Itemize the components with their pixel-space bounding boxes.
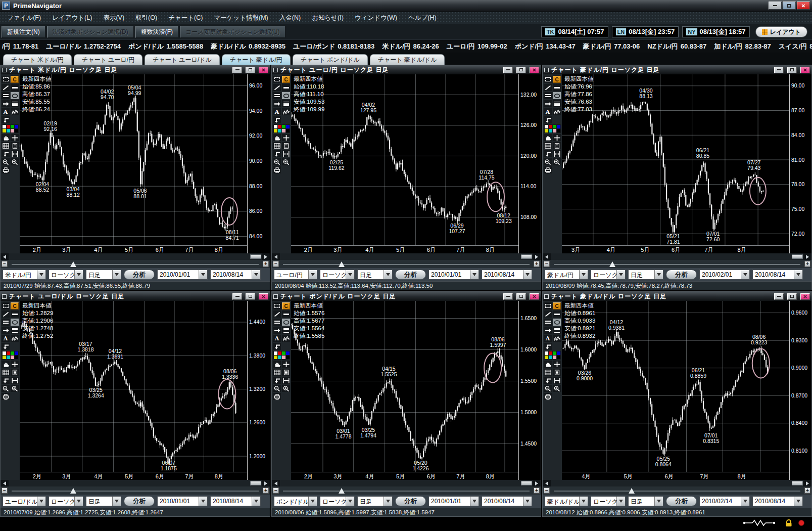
bar-width-icon[interactable] [282, 377, 290, 384]
chart-plot-area[interactable]: 03/260.900004/120.938105/250.806406/210.… [562, 301, 789, 480]
pair-select-dropdown-button[interactable] [308, 497, 317, 506]
crosshair-tool-icon[interactable] [282, 134, 290, 141]
horizontal-line-tool-icon[interactable] [282, 311, 290, 318]
data-table-icon[interactable] [544, 369, 552, 376]
scroll-right-button[interactable] [533, 480, 541, 486]
selection-tool-icon[interactable] [544, 302, 552, 309]
scroll-right-button[interactable] [803, 480, 811, 486]
print-icon[interactable] [2, 393, 10, 400]
slider-plus-button[interactable]: + [804, 488, 810, 494]
indicator-tool-icon[interactable] [282, 108, 290, 115]
color-palette[interactable] [544, 351, 561, 360]
text-tool-icon[interactable]: A [273, 335, 281, 342]
print-icon[interactable] [2, 166, 10, 173]
candlestick-chart[interactable]: 03/171.381803/251.326404/121.369106/071.… [20, 301, 247, 472]
toolbar-button-0[interactable]: 新規注文(N) [2, 26, 45, 38]
menu-item-9[interactable]: ヘルプ(H) [408, 14, 437, 22]
undo-icon[interactable] [2, 377, 10, 384]
window-minimize-button[interactable] [774, 293, 784, 300]
window-maximize-button[interactable] [787, 293, 797, 300]
candlestick-chart[interactable]: 03/260.900004/120.938105/250.806406/210.… [562, 301, 789, 472]
selection-tool-icon[interactable] [544, 76, 552, 83]
text-tool-icon[interactable]: A [544, 108, 552, 115]
trendline-tool-icon[interactable] [544, 311, 552, 318]
undo-icon[interactable] [2, 343, 10, 350]
copy-icon[interactable] [553, 369, 561, 376]
print-icon[interactable] [273, 166, 281, 173]
chart-type-select-dropdown-button[interactable] [346, 497, 354, 506]
undo-icon[interactable] [2, 116, 10, 123]
zoom-out-icon[interactable] [273, 385, 281, 392]
slider-minus-button[interactable]: − [544, 261, 550, 267]
window-maximize-button[interactable] [516, 293, 526, 300]
pair-select[interactable]: ユーロ/円 [274, 270, 317, 280]
chart-scrollbar[interactable] [1, 253, 270, 260]
scroll-right-button[interactable] [262, 253, 270, 260]
slider-minus-button[interactable]: − [2, 488, 8, 494]
analysis-button[interactable]: 分析 [124, 270, 155, 280]
zoom-in-icon[interactable] [553, 385, 561, 392]
print-icon[interactable] [273, 393, 281, 400]
copy-icon[interactable] [553, 142, 561, 149]
trendline-tool-icon[interactable] [544, 84, 552, 91]
scrollbar-thumb[interactable] [250, 254, 261, 259]
chart-type-select[interactable]: ローソク足 [320, 496, 355, 506]
scroll-left-button[interactable] [272, 480, 280, 486]
candle-settings-button[interactable]: C [11, 302, 19, 309]
color-palette[interactable] [273, 351, 290, 360]
window-minimize-button[interactable] [503, 67, 513, 73]
window-close-button[interactable]: ✕ [800, 293, 810, 300]
chart-tab-5[interactable]: チャート 豪ドル/ドル [370, 54, 445, 65]
text-tool-icon[interactable]: A [2, 335, 10, 342]
interval-select[interactable]: 日足 [357, 496, 393, 506]
interval-select-dropdown-button[interactable] [384, 270, 392, 279]
candle-settings-button[interactable]: C [553, 76, 561, 83]
pan-tool-icon[interactable] [544, 134, 552, 141]
trendline-tool-icon[interactable] [2, 84, 10, 91]
candlestick-chart[interactable]: 02/0488.5202/1992.1603/0488.1204/0294.70… [20, 74, 247, 245]
print-icon[interactable] [544, 166, 552, 173]
text-tool-icon[interactable]: A [273, 108, 281, 115]
menu-item-7[interactable]: お知らせ(I) [312, 14, 344, 22]
pair-select-dropdown-button[interactable] [579, 270, 588, 279]
chart-scrollbar[interactable] [543, 253, 811, 260]
chart-scrollbar[interactable] [543, 480, 811, 486]
chart-scrollbar[interactable] [272, 480, 541, 486]
bar-width-icon[interactable] [282, 150, 290, 157]
fibonacci-lines-tool-icon[interactable] [11, 327, 19, 334]
fibonacci-lines-tool-icon[interactable] [282, 100, 290, 107]
scroll-left-button[interactable] [543, 480, 551, 486]
arrow-tool-icon[interactable] [273, 100, 281, 107]
slider-minus-button[interactable]: − [273, 261, 279, 267]
date-from-select[interactable]: 2010/01/01 [428, 496, 479, 506]
undo-icon[interactable] [273, 150, 281, 157]
indicator-tool-icon[interactable] [553, 108, 561, 115]
date-to-select-dropdown-button[interactable] [252, 270, 260, 279]
selection-tool-icon[interactable] [2, 302, 10, 309]
window-menu-icon[interactable] [544, 68, 549, 72]
ellipse-tool-icon[interactable] [11, 319, 19, 326]
window-close-button[interactable]: ✕ [259, 67, 268, 73]
chart-type-select-dropdown-button[interactable] [74, 270, 83, 279]
indicator-tool-icon[interactable] [553, 335, 561, 342]
interval-select-dropdown-button[interactable] [654, 270, 663, 279]
undo-icon[interactable] [544, 377, 552, 384]
scrollbar-thumb[interactable] [792, 481, 803, 485]
window-close-button[interactable]: ✕ [530, 67, 539, 73]
date-to-select-dropdown-button[interactable] [523, 270, 532, 279]
zoom-slider[interactable]: −+ [1, 260, 270, 268]
copy-icon[interactable] [11, 142, 19, 149]
interval-select[interactable]: 日足 [628, 270, 663, 280]
date-to-select[interactable]: 2010/08/14 [482, 496, 532, 506]
zoom-in-icon[interactable] [282, 385, 290, 392]
undo-icon[interactable] [544, 343, 552, 350]
chart-tab-1[interactable]: チャート ユーロ/円 [74, 54, 142, 65]
pan-tool-icon[interactable] [273, 361, 281, 368]
chart-plot-area[interactable]: 03/011.477803/251.479404/151.552505/201.… [291, 301, 518, 480]
analysis-button[interactable]: 分析 [666, 496, 697, 506]
analysis-button[interactable]: 分析 [395, 270, 426, 280]
menu-item-5[interactable]: マーケット情報(M) [214, 14, 268, 22]
date-to-select-dropdown-button[interactable] [252, 497, 260, 506]
app-close-button[interactable]: ✕ [797, 2, 810, 10]
zoom-out-icon[interactable] [2, 158, 10, 165]
